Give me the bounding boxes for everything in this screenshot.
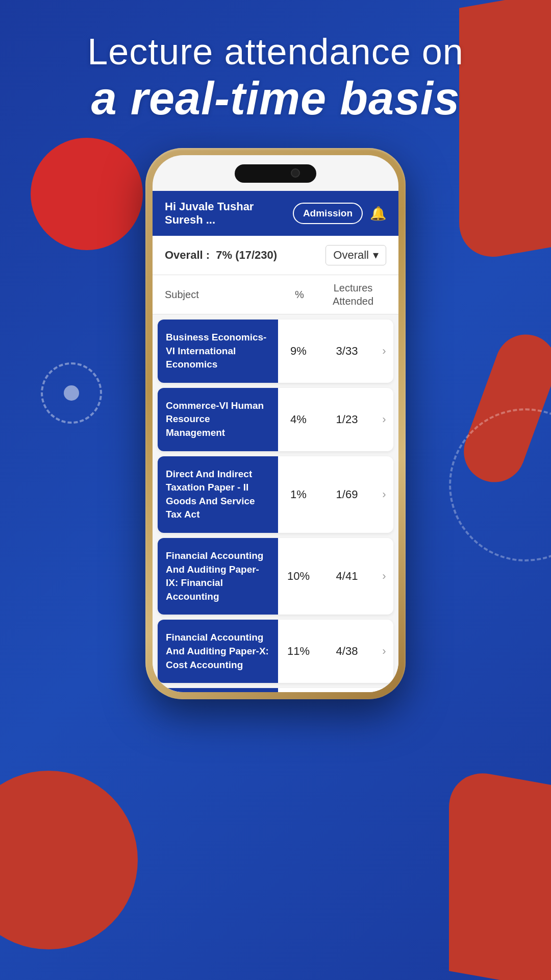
subject-lectures: 3/33 [319, 345, 375, 358]
table-header: Subject % Lectures Attended [153, 275, 398, 314]
subject-name: Financial Accounting And Auditing Paper-… [158, 538, 278, 615]
subject-lectures: 4/38 [319, 645, 375, 658]
table-row[interactable]: Psychology of Human Behavior at Work Pap… [158, 688, 393, 692]
bg-circle-red [31, 138, 143, 250]
subject-name: Business Economics-VI International Econ… [158, 320, 278, 383]
table-row[interactable]: Financial Accounting And Auditing Paper-… [158, 620, 393, 683]
hero-line2: a real-time basis [0, 72, 551, 125]
subject-name: Psychology of Human Behavior at Work Pap… [158, 688, 278, 692]
phone-outer-shell: Hi Juvale Tushar Suresh ... Admission 🔔 … [145, 148, 406, 699]
overall-label: Overall : 7% (17/230) [165, 249, 277, 262]
bg-stripe-bottom-right [449, 767, 551, 980]
admission-button[interactable]: Admission [293, 203, 363, 224]
subject-lectures: 4/41 [319, 570, 375, 583]
phone-mockup: Hi Juvale Tushar Suresh ... Admission 🔔 … [145, 148, 406, 699]
subject-lectures: 1/69 [319, 488, 375, 501]
chevron-right-icon: › [375, 413, 393, 426]
chevron-right-icon: › [375, 488, 393, 501]
chevron-right-icon: › [375, 645, 393, 658]
subject-lectures: 1/23 [319, 413, 375, 426]
chevron-right-icon: › [375, 570, 393, 583]
subject-percent: 4% [278, 413, 319, 426]
table-row[interactable]: Direct And Indirect Taxation Paper - II … [158, 456, 393, 533]
overall-dropdown[interactable]: Overall ▾ [325, 245, 386, 265]
subject-name: Commerce-VI Human Resource Management [158, 388, 278, 451]
hero-section: Lecture attendance on a real-time basis [0, 31, 551, 125]
bg-dot [64, 385, 79, 401]
header-actions: Admission 🔔 [293, 203, 386, 224]
overall-label-text: Overall : [165, 249, 210, 261]
dropdown-label: Overall [333, 249, 369, 262]
subject-name: Direct And Indirect Taxation Paper - II … [158, 456, 278, 533]
col-header-subject: Subject [165, 289, 279, 301]
subject-percent: 10% [278, 570, 319, 583]
overall-value: 7% (17/230) [216, 249, 277, 261]
subject-name: Financial Accounting And Auditing Paper-… [158, 620, 278, 683]
subject-percent: 11% [278, 645, 319, 658]
app-header: Hi Juvale Tushar Suresh ... Admission 🔔 [153, 191, 398, 236]
dropdown-chevron-icon: ▾ [373, 249, 379, 262]
hero-line1: Lecture attendance on [0, 31, 551, 72]
table-row[interactable]: Business Economics-VI International Econ… [158, 320, 393, 383]
phone-camera [291, 168, 300, 178]
phone-notch [235, 164, 316, 183]
chevron-right-icon: › [375, 345, 393, 358]
greeting-text: Hi Juvale Tushar Suresh ... [165, 200, 293, 227]
subject-list: Business Economics-VI International Econ… [153, 314, 398, 692]
bell-icon[interactable]: 🔔 [370, 206, 386, 222]
col-header-lectures: Lectures Attended [320, 281, 386, 308]
app-content: Hi Juvale Tushar Suresh ... Admission 🔔 … [153, 155, 398, 692]
subject-percent: 1% [278, 488, 319, 501]
col-header-percent: % [279, 289, 320, 301]
table-row[interactable]: Commerce-VI Human Resource Management 4%… [158, 388, 393, 451]
overall-row: Overall : 7% (17/230) Overall ▾ [153, 236, 398, 275]
bg-blob-bottom-left [0, 771, 138, 949]
phone-screen: Hi Juvale Tushar Suresh ... Admission 🔔 … [153, 155, 398, 692]
table-row[interactable]: Financial Accounting And Auditing Paper-… [158, 538, 393, 615]
subject-percent: 9% [278, 345, 319, 358]
bg-arc-right [449, 408, 551, 561]
